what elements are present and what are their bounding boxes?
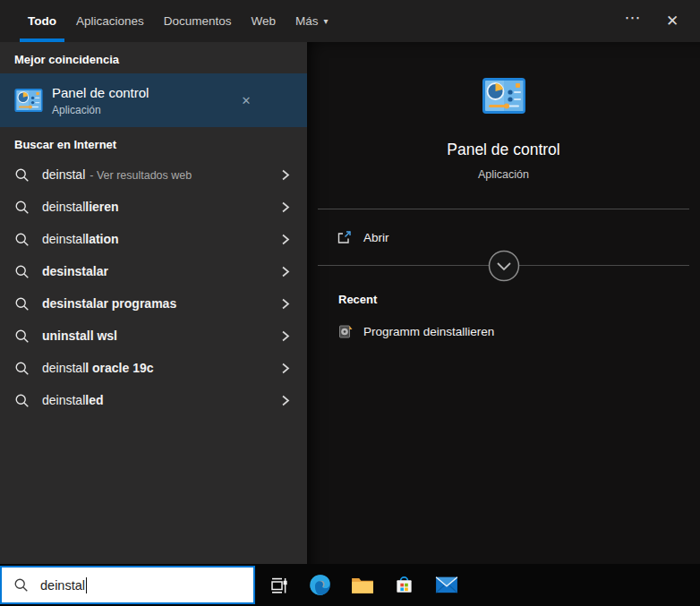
- search-suggestion-row[interactable]: deinstallation: [0, 223, 307, 255]
- preview-app-title: Panel de control: [447, 141, 559, 159]
- search-icon: [14, 200, 30, 215]
- search-icon: [14, 393, 30, 408]
- search-icon: [13, 577, 29, 593]
- chevron-right-icon: [280, 330, 291, 342]
- suggestion-annotation: - Ver resultados web: [90, 169, 192, 182]
- search-icon: [14, 264, 30, 279]
- search-icon: [14, 232, 30, 247]
- tab-label: Todo: [28, 14, 56, 28]
- search-suggestion-row[interactable]: deinstall oracle 19c: [0, 352, 307, 384]
- task-view-icon: [268, 575, 289, 596]
- divider: [318, 265, 689, 266]
- tab-aplicaciones[interactable]: Aplicaciones: [66, 0, 154, 42]
- store-button[interactable]: [383, 564, 425, 606]
- chevron-right-icon: [280, 234, 291, 245]
- mail-icon: [435, 576, 458, 594]
- best-match-subtitle: Aplicación: [52, 104, 235, 116]
- chevron-right-icon: [280, 169, 291, 181]
- chevron-right-icon: [280, 395, 291, 406]
- chevron-down-icon: ▾: [324, 17, 329, 26]
- store-icon: [393, 574, 415, 596]
- text-cursor: [86, 577, 87, 593]
- search-filter-tabs: Todo Aplicaciones Documentos Web Más ▾ ⋯…: [0, 0, 700, 42]
- best-match-title: Panel de control: [52, 84, 235, 101]
- remove-from-history-icon[interactable]: ✕: [235, 90, 257, 111]
- search-input-value: deinstal: [40, 578, 85, 593]
- close-button[interactable]: ✕: [659, 8, 686, 35]
- recent-item[interactable]: Programm deinstallieren: [307, 306, 700, 339]
- tab-label: Web: [252, 14, 277, 28]
- tab-label: Más: [295, 14, 319, 28]
- search-suggestion-row[interactable]: desinstalar programas: [0, 287, 307, 320]
- uninstall-program-icon: [338, 324, 354, 339]
- control-panel-icon: [14, 89, 43, 112]
- best-match-header: Mejor coincidencia: [0, 42, 307, 73]
- mail-button[interactable]: [425, 564, 467, 606]
- search-icon: [14, 329, 30, 344]
- tab-web[interactable]: Web: [242, 0, 286, 42]
- expand-button[interactable]: [488, 250, 520, 282]
- open-action-label: Abrir: [363, 231, 389, 244]
- tab-mas[interactable]: Más ▾: [286, 0, 338, 42]
- search-suggestion-row[interactable]: deinstallieren: [0, 191, 307, 223]
- more-options-button[interactable]: ⋯: [619, 8, 646, 35]
- typed-query: deinstal: [42, 167, 85, 182]
- preview-panel: Panel de control Aplicación Abrir Recent: [307, 42, 700, 564]
- tab-label: Documentos: [164, 14, 232, 28]
- tab-todo[interactable]: Todo: [18, 0, 66, 42]
- search-suggestion-row[interactable]: desinstalar: [0, 255, 307, 287]
- edge-icon: [308, 573, 332, 597]
- control-panel-icon-large: [482, 78, 525, 114]
- edge-button[interactable]: [299, 564, 341, 606]
- preview-app-subtitle: Aplicación: [478, 168, 529, 181]
- web-search-header: Buscar en Internet: [0, 127, 307, 158]
- search-suggestion-row[interactable]: uninstall wsl: [0, 320, 307, 352]
- results-panel: Mejor coincidencia Pane: [0, 42, 307, 564]
- taskbar: deinstal: [0, 564, 700, 606]
- search-suggestion-row[interactable]: deinstal- Ver resultados web: [0, 158, 307, 191]
- recent-item-label: Programm deinstallieren: [363, 325, 494, 338]
- chevron-right-icon: [280, 363, 291, 374]
- file-explorer-icon: [351, 576, 374, 595]
- file-explorer-button[interactable]: [341, 564, 383, 606]
- open-external-icon: [337, 230, 352, 245]
- task-view-button[interactable]: [257, 564, 299, 606]
- search-suggestion-row[interactable]: deinstalled: [0, 384, 307, 416]
- search-icon: [14, 167, 30, 183]
- tab-label: Aplicaciones: [76, 14, 144, 28]
- chevron-right-icon: [280, 201, 291, 213]
- search-icon: [14, 361, 30, 376]
- tab-documentos[interactable]: Documentos: [154, 0, 242, 42]
- taskbar-search-input[interactable]: deinstal: [0, 566, 255, 604]
- best-match-item[interactable]: Panel de control Aplicación ✕: [0, 73, 307, 127]
- chevron-right-icon: [280, 298, 291, 310]
- windows-search-flyout: Todo Aplicaciones Documentos Web Más ▾ ⋯…: [0, 0, 700, 606]
- search-icon: [14, 296, 30, 312]
- chevron-right-icon: [280, 266, 291, 277]
